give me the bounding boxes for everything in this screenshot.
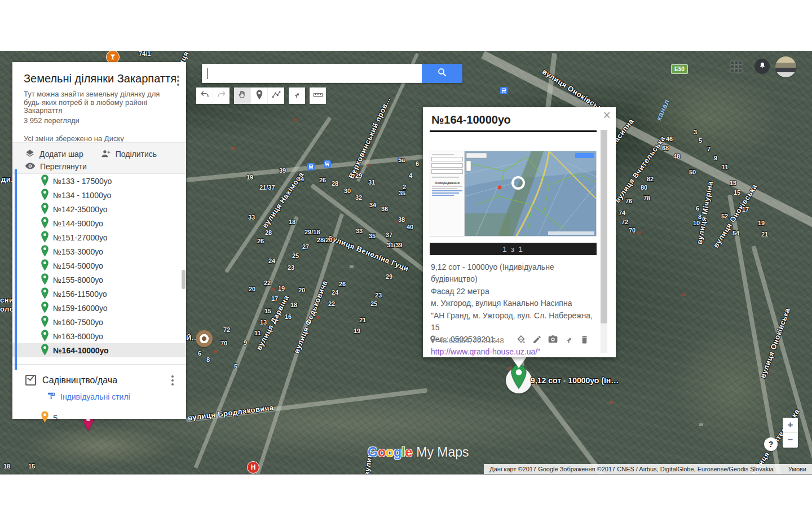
poi-circle-marker[interactable]: [196, 330, 213, 347]
redo-button[interactable]: [213, 87, 230, 104]
bell-icon: [758, 62, 766, 72]
terms-link[interactable]: Умови: [788, 466, 806, 472]
saved-status: Усі зміни збережено на Диску: [24, 134, 178, 143]
map-toolbar: [196, 87, 326, 104]
plot-list-item[interactable]: №160-7500уо: [12, 315, 186, 329]
logo-letter: o: [378, 445, 386, 459]
inset-heading: Попередження: [431, 181, 463, 185]
road: [224, 116, 332, 273]
edit-pencil-icon[interactable]: [532, 335, 542, 347]
detail-line: "АН Гранд, м. Ужгород, вул. Сл. Набережн…: [431, 310, 595, 334]
plot-list-item[interactable]: №151-27000уо: [12, 230, 186, 244]
selected-marker-pin[interactable]: [510, 364, 528, 392]
map-title[interactable]: Земельні ділянки Закарпаття: [24, 72, 178, 85]
view-count: 3 952 перегляди: [24, 116, 178, 125]
layer-count: 5: [53, 413, 58, 423]
road: [253, 213, 344, 474]
inset-form-panel: Попередження: [430, 151, 465, 236]
plot-label: №164-10000уо: [53, 346, 109, 355]
popup-scrollbar-thumb[interactable]: [601, 130, 607, 323]
person-add-icon: [100, 149, 111, 160]
map-menu-button[interactable]: [177, 76, 179, 86]
search-input[interactable]: [202, 64, 422, 83]
notifications-button[interactable]: [754, 59, 770, 74]
inset-map-image: [465, 151, 596, 236]
green-pin-icon: [41, 245, 49, 259]
layer-name[interactable]: Садівництво/дача: [42, 375, 117, 386]
layer-checkbox[interactable]: [25, 375, 36, 386]
popup-scrollbar[interactable]: [601, 130, 607, 353]
logo-letter: g: [394, 445, 401, 459]
plot-label: №144-9000уо: [53, 219, 103, 228]
green-pin-icon: [41, 174, 49, 188]
logo-letter: G: [368, 445, 378, 459]
road: [727, 195, 791, 474]
popup-divider: [430, 130, 597, 132]
plot-label: №163-6000уо: [53, 332, 103, 341]
plot-list-item[interactable]: №163-6000уо: [12, 329, 186, 343]
popup-photo[interactable]: Попередження: [430, 151, 597, 237]
redo-icon: [217, 90, 227, 102]
my-maps-label: My Maps: [416, 445, 469, 460]
search-icon: [437, 67, 447, 80]
preview-button[interactable]: Переглянути: [25, 162, 87, 172]
website-link[interactable]: http://www.qrand-house.uz.ua/": [431, 346, 595, 358]
plot-list-item[interactable]: №159-16000уо: [12, 301, 186, 315]
plot-list-item[interactable]: №133 - 17500уо: [12, 174, 186, 188]
search-button[interactable]: [422, 64, 462, 83]
apps-grid-icon[interactable]: [731, 62, 742, 72]
close-icon[interactable]: ×: [603, 109, 611, 122]
green-pin-icon: [41, 189, 49, 202]
popup-footer: 48.63554, 22.31548: [430, 333, 602, 348]
ruler-icon: [313, 90, 323, 102]
zoom-in-button[interactable]: +: [783, 418, 798, 433]
add-layer-label: Додати шар: [39, 150, 83, 159]
sidebar-actions: Додати шар Поділитись Переглянути: [12, 142, 186, 174]
plot-list-item[interactable]: №144-9000уо: [12, 216, 186, 230]
directions-icon[interactable]: [564, 335, 574, 347]
add-marker-tool-button[interactable]: [251, 87, 268, 104]
google-logo: Google: [368, 445, 412, 460]
map-description: Тут можна знайти земельну ділянку для бу…: [24, 90, 166, 115]
draw-line-tool-button[interactable]: [268, 87, 284, 104]
selected-marker-label: 9,12 сот - 10000уо (Ін…: [531, 376, 619, 385]
plot-label: №134 - 11000уо: [53, 191, 111, 200]
directions-icon: [292, 90, 302, 102]
plot-label: №142-35000уо: [53, 205, 108, 214]
add-layer-button[interactable]: Додати шар: [25, 148, 83, 160]
popup-pointer: [511, 357, 527, 368]
zoom-out-button[interactable]: −: [783, 433, 798, 448]
individual-styles-link[interactable]: Індивідуальні стилі: [60, 392, 130, 401]
sidebar-scrollbar[interactable]: [182, 270, 186, 289]
layer-menu-button[interactable]: [171, 375, 174, 386]
help-button[interactable]: ?: [764, 437, 778, 451]
layers-icon: [25, 148, 35, 160]
account-avatar[interactable]: [775, 56, 796, 77]
share-button[interactable]: Поділитись: [100, 149, 157, 160]
plot-list-item[interactable]: №155-8000уо: [12, 273, 186, 287]
measure-tool-button[interactable]: [310, 87, 326, 104]
plot-list-item[interactable]: №156-11500уо: [12, 287, 186, 301]
green-pin-icon: [41, 203, 49, 216]
camera-icon[interactable]: [548, 335, 558, 346]
sidebar-blue-scroll-indicator[interactable]: [15, 169, 17, 370]
undo-icon: [200, 90, 210, 102]
plot-list-item[interactable]: №134 - 11000уо: [12, 188, 186, 202]
plot-list-item[interactable]: №153-3000уо: [12, 244, 186, 259]
directions-tool-button[interactable]: [289, 87, 305, 104]
style-bucket-icon[interactable]: [516, 335, 526, 347]
plot-list-item[interactable]: №142-35000уо: [12, 202, 186, 216]
plot-label: №133 - 17500уо: [53, 177, 112, 186]
plot-list-item[interactable]: №164-10000уо: [12, 343, 186, 357]
undo-button[interactable]: [196, 87, 213, 104]
pan-tool-button[interactable]: [234, 87, 251, 104]
green-pin-icon: [41, 287, 49, 301]
coordinates: 48.63554, 22.31548: [439, 336, 504, 345]
green-pin-icon: [41, 231, 49, 244]
plot-label: №155-8000уо: [53, 275, 103, 284]
plot-label: №160-7500уо: [53, 318, 103, 327]
plot-list-item[interactable]: №154-5000уо: [12, 259, 186, 273]
top-white-band: [0, 0, 812, 51]
polyline-icon: [271, 90, 281, 102]
trash-icon[interactable]: [580, 335, 589, 347]
